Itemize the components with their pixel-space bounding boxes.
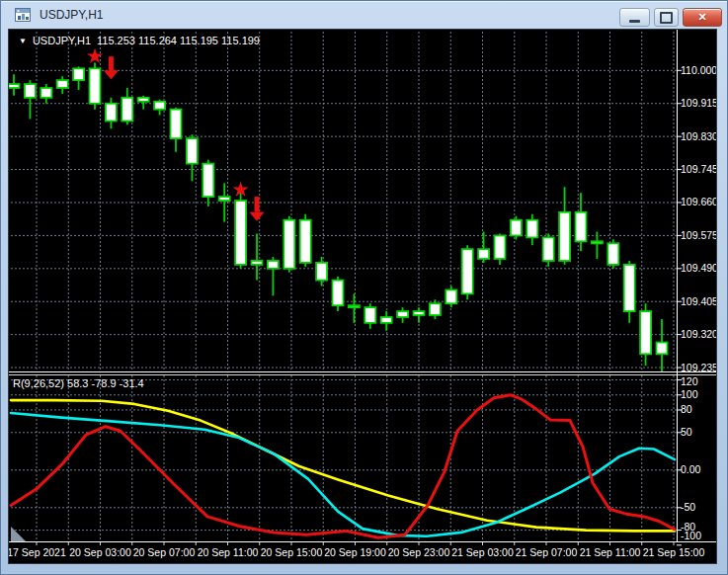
chart-content: 110.000109.915109.830109.745109.660109.5… [8,29,717,564]
window-controls: ✕ [619,8,722,27]
restore-icon [660,12,673,24]
indicator-label: R(9,26,52) 58.3 -78.9 -31.4 [13,377,144,389]
time-axis[interactable] [9,541,716,563]
title-bar[interactable]: USDJPY,H1 ✕ [1,1,727,29]
symbol-dropdown-icon[interactable]: ▼ [19,36,27,46]
minimize-icon [629,20,640,23]
indicator-plot[interactable] [9,375,677,541]
application-window: USDJPY,H1 ✕ 110.000109.915109.830109.745… [0,0,728,575]
restore-button[interactable] [654,8,679,27]
ohlc-values: 115.253 115.264 115.195 115.199 [97,35,260,46]
main-chart-plot[interactable] [9,30,677,370]
symbol-period-label: USDJPY,H1 [33,35,91,46]
minimize-button[interactable] [619,8,650,27]
chart-ohlc-header: ▼ USDJPY,H1 115.253 115.264 115.195 115.… [19,35,260,46]
price-axis[interactable] [677,30,716,541]
close-icon: ✕ [697,12,706,23]
close-button[interactable]: ✕ [683,8,722,27]
chart-window-icon [15,8,32,22]
window-title: USDJPY,H1 [40,8,103,22]
